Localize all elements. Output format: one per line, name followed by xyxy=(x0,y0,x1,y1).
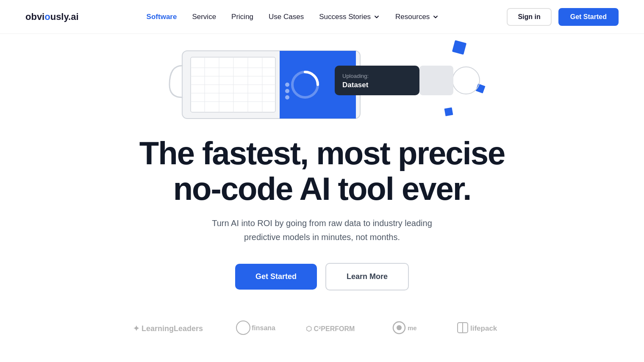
hero-svg: Uploading: Dataset xyxy=(157,34,487,127)
nav-item-use-cases[interactable]: Use Cases xyxy=(269,13,304,21)
svg-point-26 xyxy=(236,321,250,334)
svg-point-30 xyxy=(397,325,402,330)
svg-rect-20 xyxy=(335,66,419,95)
nav-item-success-stories[interactable]: Success Stories xyxy=(319,13,380,21)
hero-ctas: Get Started Learn More xyxy=(235,263,409,290)
main-nav: obviously.ai Software Service Pricing Us… xyxy=(0,0,644,34)
learning-leaders-svg: ✦ LearningLeaders xyxy=(132,320,208,335)
nav-links: Software Service Pricing Use Cases Succe… xyxy=(147,13,439,21)
svg-point-17 xyxy=(285,83,289,87)
logo-text: obviously.ai xyxy=(25,11,79,22)
chevron-down-icon xyxy=(373,14,380,20)
sign-in-button[interactable]: Sign in xyxy=(507,8,551,26)
lifepack-svg: lifepack xyxy=(457,320,512,335)
hero-illustration: Uploading: Dataset xyxy=(157,34,487,127)
get-started-nav-button[interactable]: Get Started xyxy=(558,8,619,26)
logos-bar: ✦ LearningLeaders finsana ⬡ C²PERFORM me xyxy=(25,320,619,335)
nav-item-service[interactable]: Service xyxy=(192,13,216,21)
svg-text:me: me xyxy=(408,324,417,332)
svg-point-2 xyxy=(452,67,480,94)
hero-section: Uploading: Dataset The fastest, most pre… xyxy=(0,34,644,361)
hero-headline: The fastest, most precise no-code AI too… xyxy=(139,135,505,206)
chevron-down-icon xyxy=(432,14,439,20)
logo-ciperform: ⬡ C²PERFORM xyxy=(305,320,364,335)
finsana-svg: finsana xyxy=(236,320,278,335)
svg-rect-0 xyxy=(452,40,466,55)
get-started-hero-button[interactable]: Get Started xyxy=(235,264,317,290)
svg-text:Dataset: Dataset xyxy=(342,81,369,89)
nav-item-resources[interactable]: Resources xyxy=(395,13,439,21)
learn-more-button[interactable]: Learn More xyxy=(325,263,409,290)
hero-subheadline: Turn AI into ROI by going from raw data … xyxy=(199,216,445,244)
nav-item-pricing[interactable]: Pricing xyxy=(231,13,253,21)
circleme-svg: me xyxy=(391,320,430,335)
ciperform-svg: ⬡ C²PERFORM xyxy=(305,320,364,335)
nav-actions: Sign in Get Started xyxy=(507,8,619,26)
svg-text:finsana: finsana xyxy=(252,324,275,332)
svg-rect-23 xyxy=(419,66,453,95)
logo-circleme: me xyxy=(391,320,430,335)
nav-item-software[interactable]: Software xyxy=(147,13,177,21)
svg-rect-24 xyxy=(444,108,453,116)
logo[interactable]: obviously.ai xyxy=(25,11,79,22)
svg-text:⬡ C²PERFORM: ⬡ C²PERFORM xyxy=(306,325,355,332)
svg-point-18 xyxy=(285,89,289,93)
svg-text:Uploading:: Uploading: xyxy=(342,73,369,79)
logo-finsana: finsana xyxy=(236,320,278,335)
svg-text:lifepack: lifepack xyxy=(470,324,497,332)
logo-learning-leaders: ✦ LearningLeaders xyxy=(132,320,208,335)
logo-lifepack: lifepack xyxy=(457,320,512,335)
svg-text:✦ LearningLeaders: ✦ LearningLeaders xyxy=(133,324,203,333)
svg-point-19 xyxy=(285,95,289,99)
